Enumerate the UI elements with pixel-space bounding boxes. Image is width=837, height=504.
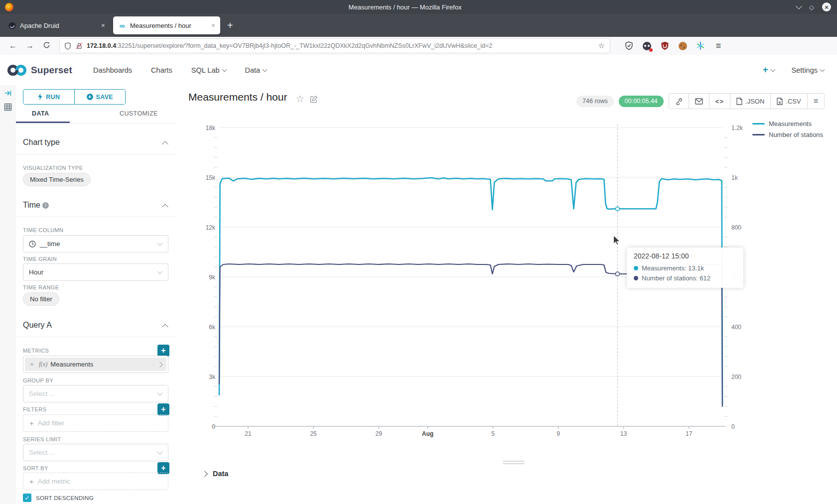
filters-label: FILTERS	[23, 406, 46, 412]
edit-properties-icon[interactable]	[310, 95, 318, 105]
window-maximize-icon[interactable]: ◇	[809, 4, 814, 10]
group-by-select[interactable]: Select ...	[23, 385, 168, 402]
expand-panel-icon[interactable]	[4, 89, 12, 99]
data-panel-label: Data	[213, 470, 228, 478]
tab-customize[interactable]: CUSTOMIZE	[120, 110, 158, 117]
svg-text:13: 13	[620, 430, 627, 437]
insecure-lock-icon[interactable]	[76, 42, 83, 50]
export-csv-button[interactable]: .CSV	[770, 94, 807, 109]
series-dot-icon	[634, 266, 638, 270]
embed-code-button[interactable]: <>	[709, 94, 730, 109]
svg-text:1k: 1k	[731, 174, 738, 181]
legend-item-measurements[interactable]: Measurements	[752, 118, 823, 129]
time-grain-select[interactable]: Hour	[23, 263, 168, 281]
sort-descending-label: SORT DESCENDING	[36, 495, 94, 501]
ublock-extension-icon[interactable]	[659, 40, 670, 51]
panel-resize-handle[interactable]	[503, 461, 525, 466]
svg-text:29: 29	[375, 430, 382, 437]
metric-item[interactable]: × f(x) Measurements	[23, 356, 168, 373]
url-text: 172.18.0.4:32251/superset/explore/?form_…	[87, 42, 598, 49]
cookie-extension-icon[interactable]	[677, 40, 688, 51]
run-button[interactable]: RUN	[23, 90, 74, 104]
tab-close-icon[interactable]: ×	[101, 21, 105, 29]
tab-close-icon[interactable]: ×	[211, 21, 215, 29]
mask-extension-icon[interactable]	[641, 40, 652, 51]
reload-button[interactable]	[43, 41, 50, 51]
legend-item-number-of-stations[interactable]: Number of stations	[752, 129, 823, 140]
forward-button[interactable]: →	[26, 41, 34, 50]
chart-menu-icon[interactable]: ≡	[807, 94, 824, 109]
svg-text:18k: 18k	[206, 125, 216, 131]
time-grain-label: TIME GRAIN	[23, 256, 57, 262]
sort-descending-checkbox[interactable]: ✓	[23, 494, 31, 502]
bookmark-star-icon[interactable]: ☆	[598, 41, 605, 50]
viz-type-value[interactable]: Mixed Time-Series	[23, 173, 91, 186]
metric-name: Measurements	[50, 361, 93, 368]
tab-measurements-hour[interactable]: ∞ Measurements / hour ×	[113, 16, 220, 34]
collapse-chevron-icon[interactable]	[162, 204, 168, 210]
superset-favicon-icon: ∞	[118, 21, 126, 29]
new-item-button[interactable]: +	[763, 65, 775, 75]
collapse-chevron-icon[interactable]	[162, 324, 168, 330]
remove-metric-icon[interactable]: ×	[25, 361, 39, 368]
add-filter-button[interactable]: +	[157, 403, 169, 415]
nav-data[interactable]: Data	[245, 66, 267, 74]
add-metric-button[interactable]: +	[157, 345, 169, 357]
clock-icon	[29, 241, 36, 248]
explore-main: Measurements / hour ☆ 746 rows 00:00:05.…	[176, 85, 837, 504]
time-column-select[interactable]: __time	[23, 235, 168, 252]
chevron-right-icon[interactable]	[153, 363, 166, 367]
datasource-collapsed-strip	[0, 85, 16, 504]
add-sort-metric-dropzone[interactable]: +Add metric	[23, 473, 168, 490]
chevron-down-icon	[770, 67, 775, 72]
sparkle-extension-icon[interactable]	[695, 40, 706, 51]
chevron-down-icon	[157, 390, 162, 395]
chevron-right-icon	[201, 471, 208, 477]
svg-text:21: 21	[245, 430, 252, 437]
series-limit-label: SERIES LIMIT	[23, 436, 61, 442]
chevron-down-icon	[222, 67, 227, 72]
time-range-label: TIME RANGE	[23, 284, 59, 290]
address-bar[interactable]: 172.18.0.4:32251/superset/explore/?form_…	[59, 38, 610, 53]
section-chart-type: Chart type	[23, 138, 60, 147]
save-button[interactable]: + SAVE	[74, 90, 126, 104]
add-filter-dropzone[interactable]: +Add filter	[23, 414, 168, 432]
dataset-grid-icon[interactable]	[4, 103, 12, 113]
collapse-chevron-icon[interactable]	[162, 141, 168, 147]
nav-charts[interactable]: Charts	[151, 66, 172, 74]
tab-data[interactable]: DATA	[32, 110, 49, 117]
new-tab-button[interactable]: +	[227, 20, 233, 31]
tooltip-row: Number of stations: 612	[634, 273, 736, 283]
tracking-shield-icon[interactable]	[64, 42, 71, 50]
back-button[interactable]: ←	[9, 41, 17, 50]
window-minimize-icon[interactable]	[796, 3, 802, 9]
mouse-cursor	[613, 235, 622, 249]
superset-logo[interactable]: Superset	[7, 64, 72, 77]
nav-dashboards[interactable]: Dashboards	[93, 66, 132, 74]
window-titlebar: Measurements / hour — Mozilla Firefox ◇ …	[0, 0, 837, 14]
tab-apache-druid[interactable]: Apache Druid ×	[3, 16, 110, 34]
firefox-icon	[5, 3, 13, 11]
shield-check-extension-icon[interactable]	[623, 40, 634, 51]
email-button[interactable]	[689, 94, 709, 109]
svg-text:3k: 3k	[209, 374, 216, 380]
data-panel-toggle[interactable]: Data	[202, 470, 228, 478]
series-limit-select[interactable]: Select ...	[23, 444, 168, 461]
time-column-label: TIME COLUMN	[23, 227, 63, 233]
nav-sql-lab[interactable]: SQL Lab	[191, 66, 226, 74]
window-close-icon[interactable]: ×	[822, 2, 831, 11]
viz-type-label: VISUALIZATION TYPE	[23, 165, 83, 171]
copy-link-button[interactable]	[669, 94, 689, 109]
tab-label: Apache Druid	[20, 22, 96, 29]
lightning-icon	[37, 93, 43, 101]
export-json-button[interactable]: .JSON	[730, 94, 770, 109]
browser-menu-icon[interactable]: ≡	[713, 40, 724, 51]
group-by-label: GROUP BY	[23, 378, 53, 383]
settings-menu[interactable]: Settings	[792, 66, 824, 74]
tooltip-row: Measurements: 13.1k	[634, 263, 736, 273]
time-range-value[interactable]: No filter	[23, 292, 59, 306]
chevron-down-icon	[820, 67, 825, 72]
favorite-star-icon[interactable]: ☆	[296, 93, 304, 105]
mixed-timeseries-chart[interactable]: 03k6k9k12k15k18k02004006008001k1.2k21252…	[184, 112, 832, 466]
plus-circle-icon: +	[87, 94, 93, 100]
